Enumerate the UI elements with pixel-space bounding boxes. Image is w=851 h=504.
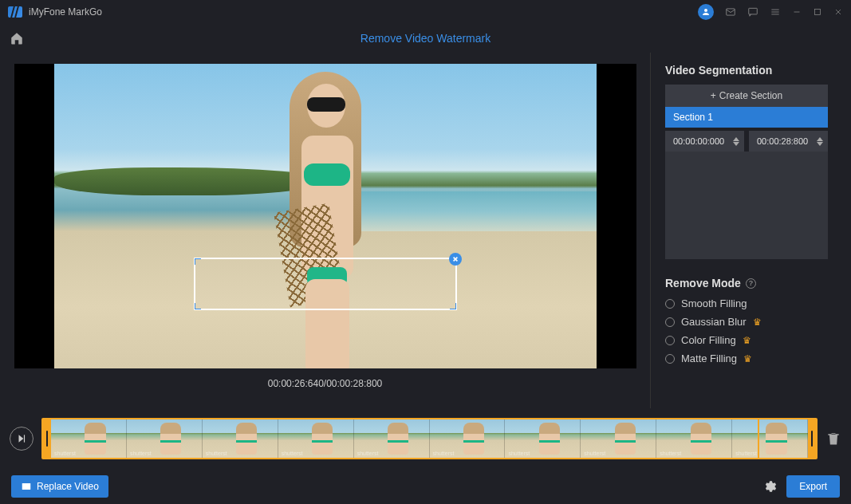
svg-rect-1 (727, 9, 735, 15)
plus-icon: + (711, 90, 716, 101)
segmentation-heading: Video Segmentation (665, 64, 840, 77)
app-title: iMyFone MarkGo (29, 6, 102, 18)
delete-button[interactable] (825, 431, 841, 447)
timeline-area: shutterstshutterstshutterstshutterstshut… (0, 408, 851, 469)
resize-handle-tl[interactable] (195, 258, 201, 265)
timeline-handle-right[interactable] (808, 419, 816, 458)
maximize-button[interactable] (813, 7, 822, 17)
timeline-thumbnail[interactable]: shutterst (51, 419, 127, 458)
section-list-area (665, 152, 828, 259)
mode-label: Matte Filling (681, 352, 737, 364)
bottom-right: Export (762, 475, 840, 498)
selection-close-button[interactable] (449, 253, 462, 266)
timeline-thumbnail[interactable]: shutterst (278, 419, 354, 458)
timeline-handle-left[interactable] (43, 419, 51, 458)
home-button[interactable] (10, 31, 24, 45)
watermark-label: shutterst (508, 451, 530, 456)
svg-rect-2 (749, 8, 758, 14)
watermark-label: shutterst (433, 451, 455, 456)
timeline-thumbnail[interactable]: shutterst (430, 419, 506, 458)
radio-icon (665, 336, 675, 345)
timeline-thumbnail[interactable]: shutterst (505, 419, 581, 458)
remove-mode-heading: Remove Mode ? (665, 277, 840, 289)
sidebar: Video Segmentation + Create Section Sect… (650, 53, 851, 408)
watermark-label: shutterst (584, 451, 605, 456)
section-item[interactable]: Section 1 (665, 107, 828, 128)
mode-option[interactable]: Color Filling♛ (665, 334, 840, 346)
mode-option[interactable]: Matte Filling♛ (665, 352, 840, 364)
export-button[interactable]: Export (786, 475, 840, 498)
app-logo-icon (8, 6, 22, 18)
user-icon (701, 7, 711, 17)
watermark-label: shutterst (660, 451, 681, 456)
crown-icon: ♛ (743, 353, 752, 364)
menu-icon[interactable] (770, 6, 781, 18)
skip-forward-button[interactable] (10, 427, 33, 451)
timecode-display: 00:00:26:640/00:00:28:800 (268, 378, 383, 389)
spinner-icon (817, 137, 823, 146)
time-inputs: 00:00:00:000 00:00:28:800 (665, 131, 840, 152)
svg-point-14 (24, 485, 26, 486)
resize-handle-br[interactable] (450, 303, 456, 309)
mode-label: Smooth Filling (681, 297, 747, 309)
watermark-label: shutterst (735, 451, 757, 456)
watermark-label: shutterst (130, 451, 152, 456)
svg-rect-7 (815, 10, 821, 15)
timeline-thumbnail[interactable]: shutterst (732, 419, 808, 458)
video-preview[interactable] (54, 64, 597, 368)
replace-video-button[interactable]: Replace Video (11, 475, 108, 498)
end-time-input[interactable]: 00:00:28:800 (749, 131, 828, 152)
titlebar: iMyFone MarkGo (0, 0, 851, 24)
titlebar-left: iMyFone MarkGo (8, 6, 102, 18)
watermark-label: shutterst (357, 451, 379, 456)
video-container (14, 64, 636, 368)
help-icon[interactable]: ? (746, 278, 756, 289)
user-account-button[interactable] (698, 4, 714, 20)
timeline-thumbnails: shutterstshutterstshutterstshutterstshut… (51, 419, 808, 458)
timeline-thumbnail[interactable]: shutterst (354, 419, 430, 458)
timeline-thumbnail[interactable]: shutterst (656, 419, 732, 458)
create-section-button[interactable]: + Create Section (665, 85, 828, 107)
timeline-thumbnail[interactable]: shutterst (127, 419, 203, 458)
timeline-thumbnail[interactable]: shutterst (203, 419, 278, 458)
remove-mode-panel: Remove Mode ? Smooth FillingGaussian Blu… (665, 277, 840, 364)
bottombar: Replace Video Export (0, 469, 851, 504)
watermark-label: shutterst (282, 451, 303, 456)
minimize-button[interactable] (792, 7, 802, 17)
start-time-input[interactable]: 00:00:00:000 (665, 131, 744, 152)
watermark-label: shutterst (206, 451, 227, 456)
tabbar: Remove Video Watermark (0, 24, 851, 53)
svg-point-0 (704, 9, 707, 12)
crown-icon: ♛ (743, 335, 751, 346)
feedback-icon[interactable] (747, 6, 758, 18)
mode-option-list: Smooth FillingGaussian Blur♛Color Fillin… (665, 297, 840, 364)
mode-label: Gaussian Blur (681, 316, 747, 328)
mail-icon[interactable] (725, 6, 736, 18)
mode-option[interactable]: Gaussian Blur♛ (665, 316, 840, 328)
mode-option[interactable]: Smooth Filling (665, 297, 840, 309)
crown-icon: ♛ (753, 317, 762, 328)
radio-icon (665, 299, 675, 309)
svg-rect-12 (24, 435, 25, 442)
close-button[interactable] (833, 7, 843, 17)
settings-button[interactable] (762, 479, 777, 494)
resize-handle-bl[interactable] (195, 303, 201, 309)
timeline-track[interactable]: shutterstshutterstshutterstshutterstshut… (41, 418, 818, 459)
watermark-label: shutterst (54, 451, 76, 456)
timeline-thumbnail[interactable]: shutterst (581, 419, 656, 458)
page-title: Remove Video Watermark (24, 32, 827, 45)
titlebar-right (698, 4, 843, 20)
radio-icon (665, 354, 675, 364)
radio-icon (665, 317, 675, 327)
mode-label: Color Filling (681, 334, 736, 346)
preview-area: 00:00:26:640/00:00:28:800 (0, 53, 650, 408)
image-icon (21, 481, 32, 492)
watermark-selection-box[interactable] (194, 258, 457, 310)
spinner-icon (733, 137, 739, 146)
main-area: 00:00:26:640/00:00:28:800 Video Segmenta… (0, 53, 851, 408)
